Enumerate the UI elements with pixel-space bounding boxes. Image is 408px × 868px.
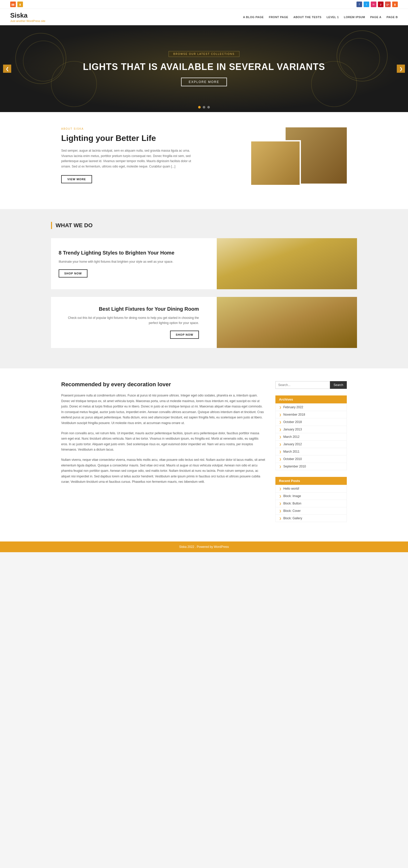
arrow-icon: ❯	[279, 509, 281, 513]
gplus-icon[interactable]: g+	[385, 2, 390, 7]
recent-post-4[interactable]: ❯ Block: Cover	[276, 507, 346, 515]
arrow-icon: ❯	[279, 502, 281, 505]
product-item-1: 8 Trendy Lighting Styles to Brighten You…	[51, 238, 357, 289]
recent-posts-list: ❯ Hello world! ❯ Block: Image ❯ Block: B…	[275, 485, 347, 522]
about-left: ABOUT SISKA Lighting your Better Life Se…	[61, 127, 199, 183]
hero-dot-2[interactable]	[203, 106, 205, 108]
arrow-icon: ❯	[279, 465, 281, 468]
article-para-3: Nullam viverra, neque vitae consectetur …	[61, 457, 265, 485]
archives-widget: Archives ❯ February 2022 ❯ November 2018…	[275, 396, 347, 470]
what-we-do-section: WHAT WE DO 8 Trendy Lighting Styles to B…	[0, 209, 408, 368]
archive-label-3: October 2018	[283, 420, 302, 424]
facebook-icon[interactable]: f	[356, 2, 362, 7]
arrow-icon: ❯	[279, 450, 281, 453]
rss2-icon[interactable]: ▮	[392, 2, 398, 7]
archive-label-6: January 2012	[283, 442, 302, 446]
recent-post-5[interactable]: ❯ Block: Gallery	[276, 515, 346, 522]
title-accent	[51, 222, 52, 229]
hero-dot-3[interactable]	[207, 106, 210, 108]
product-item-2: Best Light Fixtures for Your Dining Room…	[51, 297, 357, 348]
product-img-box-1	[217, 238, 357, 289]
archive-label-4: January 2013	[283, 428, 302, 431]
instagram-icon[interactable]: in	[371, 2, 376, 7]
recent-post-label-2: Block: Image	[283, 494, 301, 498]
archive-item-3[interactable]: ❯ October 2018	[276, 418, 346, 426]
article-title: Recommended by every decoration lover	[61, 381, 265, 388]
product-text-1: 8 Trendy Lighting Styles to Brighten You…	[51, 242, 207, 285]
product-desc-1: Illuminate your home with light fixtures…	[59, 259, 199, 264]
nav-level1[interactable]: LEVEL 1	[327, 16, 339, 19]
archive-item-4[interactable]: ❯ January 2013	[276, 426, 346, 433]
hero-prev-arrow[interactable]: ❮	[3, 65, 11, 73]
about-text: Sed semper, augue at lacinia volutpat, s…	[61, 148, 199, 169]
arrow-icon: ❯	[279, 458, 281, 461]
about-image-secondary	[250, 140, 301, 186]
pinterest-icon[interactable]: p	[378, 2, 383, 7]
nav-lorem-ipsum[interactable]: LOREM IPSUM	[344, 16, 365, 19]
view-more-button[interactable]: VIEW MORE	[61, 175, 92, 183]
top-bar-left: ▮▮ ▮	[10, 2, 23, 7]
hero-dot-1[interactable]	[198, 106, 201, 108]
hero-cta-button[interactable]: EXPLORE MORE	[181, 78, 227, 86]
logo[interactable]: Siska Just another WordPress site	[10, 11, 45, 23]
recent-post-2[interactable]: ❯ Block: Image	[276, 493, 346, 500]
about-title: Lighting your Better Life	[61, 133, 199, 143]
recent-post-3[interactable]: ❯ Block: Button	[276, 500, 346, 507]
product-img-2	[217, 297, 357, 348]
hero-slider: ❮ Browse Our Latest Collections LIGHTS T…	[0, 25, 408, 112]
shop-now-button-1[interactable]: SHOP NOW	[59, 269, 88, 278]
nav-about-tests[interactable]: ABOUT THE TESTS	[293, 16, 321, 19]
archive-item-7[interactable]: ❯ March 2011	[276, 448, 346, 456]
nav-blog-page[interactable]: A BLOG PAGE	[243, 16, 264, 19]
product-img-1	[217, 238, 357, 289]
shop-now-wrapper-2: SHOP NOW	[59, 331, 199, 339]
archive-label-1: February 2022	[283, 405, 303, 409]
article-para-2: Proin non convallis arcu, vel rutrum fel…	[61, 431, 265, 453]
arrow-icon: ❯	[279, 436, 281, 438]
arrow-icon: ❯	[279, 517, 281, 520]
recent-post-label-1: Hello world!	[283, 487, 299, 490]
top-bar-right: f t in p g+ ▮	[356, 2, 398, 7]
about-images	[209, 127, 347, 194]
archive-label-9: September 2010	[283, 465, 306, 468]
arrow-icon: ❯	[279, 428, 281, 431]
hero-title: LIGHTS THAT IS AVAILABLE IN SEVERAL VARI…	[83, 62, 325, 72]
arrow-icon: ❯	[279, 413, 281, 416]
section-title-bar: WHAT WE DO	[51, 222, 357, 229]
recent-post-label-5: Block: Gallery	[283, 517, 302, 520]
product-title-2: Best Light Fixtures for Your Dining Room	[59, 306, 199, 312]
recent-post-1[interactable]: ❯ Hello world!	[276, 485, 346, 493]
archive-item-8[interactable]: ❯ October 2010	[276, 456, 346, 463]
search-input[interactable]	[275, 381, 330, 389]
recent-post-label-4: Block: Cover	[283, 509, 301, 513]
shop-now-button-2[interactable]: SHOP NOW	[170, 331, 199, 339]
nav-front-page[interactable]: FRONT PAGE	[269, 16, 288, 19]
arrow-icon: ❯	[279, 421, 281, 424]
search-button[interactable]: Search	[330, 381, 347, 389]
archive-item-1[interactable]: ❯ February 2022	[276, 404, 346, 411]
bookmark-icon[interactable]: ▮	[18, 2, 23, 7]
nav-page-b[interactable]: PAGE B	[386, 16, 398, 19]
main-content-area: Recommended by every decoration lover Pr…	[51, 368, 357, 541]
archive-label-2: November 2018	[283, 413, 305, 416]
about-section-wrapper: ABOUT SISKA Lighting your Better Life Se…	[0, 112, 408, 209]
twitter-icon[interactable]: t	[364, 2, 369, 7]
archive-label-5: March 2012	[283, 435, 299, 439]
product-title-1: 8 Trendy Lighting Styles to Brighten You…	[59, 250, 199, 256]
recent-post-label-3: Block: Button	[283, 502, 301, 505]
rss-icon[interactable]: ▮▮	[10, 2, 16, 7]
hero-next-arrow[interactable]: ❯	[397, 65, 405, 73]
hero-dots	[198, 106, 210, 108]
article-para-1: Praesent posuere nulla at condimentum ul…	[61, 393, 265, 426]
archive-item-9[interactable]: ❯ September 2010	[276, 463, 346, 470]
archive-item-2[interactable]: ❯ November 2018	[276, 411, 346, 418]
main-article: Recommended by every decoration lover Pr…	[61, 381, 265, 529]
hero-badge: Browse Our Latest Collections	[169, 51, 239, 57]
nav-page-a[interactable]: PAGE A	[370, 16, 381, 19]
archive-item-5[interactable]: ❯ March 2012	[276, 433, 346, 441]
arrow-icon: ❯	[279, 495, 281, 498]
archive-item-6[interactable]: ❯ January 2012	[276, 441, 346, 448]
arrow-icon: ❯	[279, 406, 281, 409]
about-right	[209, 127, 347, 194]
archives-widget-title: Archives	[275, 396, 347, 403]
